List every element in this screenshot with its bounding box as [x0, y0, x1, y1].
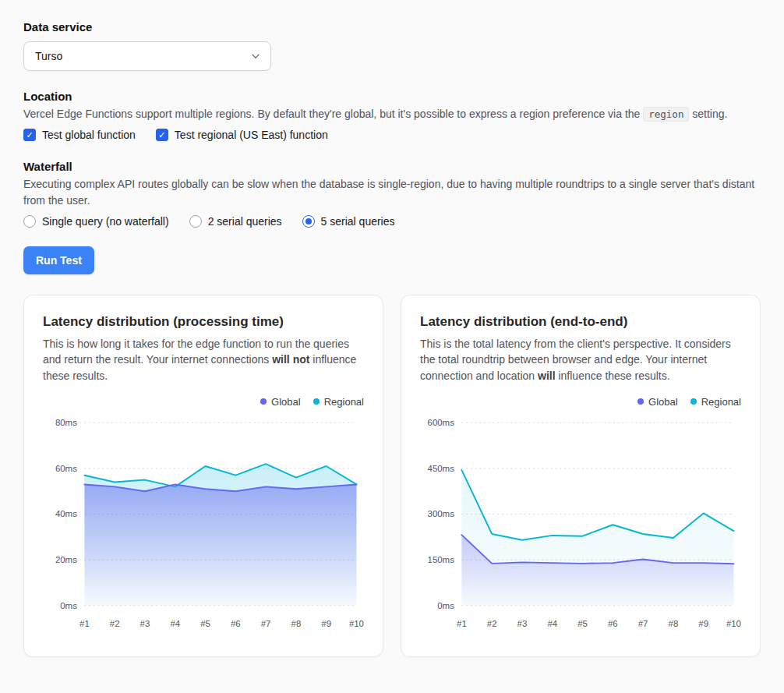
radio-5-serial-label: 5 serial queries	[321, 215, 395, 228]
processing-desc-bold: will not	[272, 353, 309, 366]
radio-2-serial-label: 2 serial queries	[208, 215, 282, 228]
data-service-section: Data service Turso	[23, 20, 761, 71]
svg-text:#10: #10	[349, 618, 364, 628]
global-legend-dot	[637, 398, 644, 405]
svg-text:60ms: 60ms	[55, 464, 77, 473]
svg-text:#6: #6	[608, 618, 618, 628]
svg-text:#8: #8	[669, 618, 679, 628]
regional-legend-dot	[690, 398, 697, 405]
waterfall-description: Executing complex API routes globally ca…	[23, 176, 761, 209]
radio-single-query-label: Single query (no waterfall)	[42, 215, 169, 228]
svg-text:0ms: 0ms	[60, 601, 77, 610]
svg-text:#2: #2	[110, 618, 120, 628]
global-legend-label: Global	[271, 396, 301, 408]
svg-text:300ms: 300ms	[428, 509, 455, 518]
region-code-chip: region	[643, 107, 689, 122]
charts-row: Latency distribution (processing time) T…	[23, 295, 761, 657]
legend-item-global: Global	[260, 396, 301, 408]
svg-text:#7: #7	[261, 618, 271, 628]
legend-item-regional: Regional	[690, 396, 741, 408]
svg-text:#4: #4	[547, 618, 557, 628]
checkbox-test-global-function[interactable]: ✓ Test global function	[23, 129, 136, 141]
svg-text:0ms: 0ms	[437, 601, 454, 610]
end-to-end-chart-legend: Global Regional	[420, 396, 741, 408]
data-service-heading: Data service	[23, 20, 761, 34]
run-test-button[interactable]: Run Test	[23, 246, 94, 274]
chevron-down-icon	[250, 51, 261, 62]
svg-text:#7: #7	[638, 618, 648, 628]
location-heading: Location	[23, 90, 761, 103]
end-to-end-description: This is the total latency from the clien…	[420, 336, 741, 384]
svg-text:#9: #9	[321, 618, 331, 628]
waterfall-section: Waterfall Executing complex API routes g…	[23, 160, 761, 228]
checkbox-test-regional-label: Test regional (US East) function	[175, 129, 328, 141]
data-service-select[interactable]: Turso	[23, 41, 271, 71]
processing-time-title: Latency distribution (processing time)	[43, 314, 364, 330]
processing-time-card: Latency distribution (processing time) T…	[23, 295, 383, 657]
location-checkbox-row: ✓ Test global function ✓ Test regional (…	[23, 129, 761, 141]
svg-text:80ms: 80ms	[55, 418, 77, 427]
checkbox-test-global-label: Test global function	[42, 129, 136, 141]
radio-single-query[interactable]: Single query (no waterfall)	[23, 215, 169, 228]
svg-text:#10: #10	[726, 618, 741, 628]
location-section: Location Vercel Edge Functions support m…	[23, 90, 761, 141]
radio-5-serial-circle[interactable]	[302, 215, 315, 228]
data-service-selected-value: Turso	[35, 50, 62, 62]
radio-2-serial-circle[interactable]	[189, 215, 202, 228]
svg-text:#9: #9	[698, 618, 708, 628]
svg-text:#6: #6	[231, 618, 241, 628]
svg-text:#2: #2	[487, 618, 497, 628]
checkbox-test-regional-function[interactable]: ✓ Test regional (US East) function	[156, 129, 328, 141]
svg-text:#5: #5	[200, 618, 210, 628]
svg-text:#8: #8	[291, 618, 302, 628]
radio-5-serial-queries[interactable]: 5 serial queries	[302, 215, 395, 228]
checkbox-test-global-box[interactable]: ✓	[23, 129, 36, 141]
svg-text:150ms: 150ms	[428, 555, 455, 564]
svg-text:#4: #4	[170, 618, 180, 628]
end-to-end-card: Latency distribution (end-to-end) This i…	[401, 295, 761, 657]
svg-text:450ms: 450ms	[428, 464, 455, 473]
svg-text:20ms: 20ms	[55, 555, 77, 564]
global-legend-label: Global	[648, 396, 678, 408]
waterfall-radio-row: Single query (no waterfall) 2 serial que…	[23, 215, 761, 228]
location-description: Vercel Edge Functions support multiple r…	[23, 106, 761, 122]
svg-text:#1: #1	[79, 618, 90, 628]
radio-single-query-circle[interactable]	[23, 215, 36, 228]
latency-processing-chart: 0ms20ms40ms60ms80ms#1#2#3#4#5#6#7#8#9#10	[43, 411, 364, 643]
svg-text:#3: #3	[517, 618, 528, 628]
radio-2-serial-queries[interactable]: 2 serial queries	[189, 215, 282, 228]
e2e-desc-bold: will	[538, 369, 556, 382]
svg-text:#5: #5	[577, 618, 588, 628]
svg-text:40ms: 40ms	[55, 509, 77, 518]
regional-legend-label: Regional	[701, 396, 741, 408]
checkbox-test-regional-box[interactable]: ✓	[156, 129, 168, 141]
location-description-text: Vercel Edge Functions support multiple r…	[23, 108, 643, 120]
legend-item-regional: Regional	[313, 396, 364, 408]
latency-end-to-end-chart: 0ms150ms300ms450ms600ms#1#2#3#4#5#6#7#8#…	[420, 411, 741, 643]
processing-time-description: This is how long it takes for the edge f…	[43, 336, 364, 384]
end-to-end-title: Latency distribution (end-to-end)	[420, 314, 741, 330]
regional-legend-dot	[313, 398, 320, 405]
svg-text:#3: #3	[140, 618, 150, 628]
svg-text:600ms: 600ms	[428, 418, 455, 427]
e2e-desc-part2: influence these results.	[556, 369, 670, 382]
regional-legend-label: Regional	[324, 396, 364, 408]
global-legend-dot	[260, 398, 267, 405]
processing-chart-legend: Global Regional	[43, 396, 364, 408]
legend-item-global: Global	[637, 396, 678, 408]
location-description-suffix: setting.	[689, 108, 727, 120]
svg-text:#1: #1	[457, 618, 467, 628]
waterfall-heading: Waterfall	[23, 160, 761, 173]
